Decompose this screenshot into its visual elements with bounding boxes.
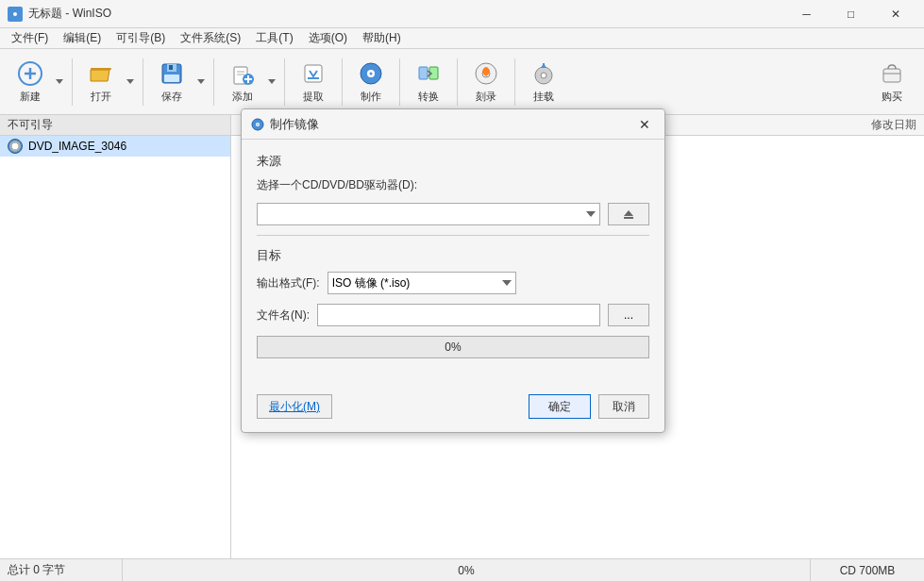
- mount-button[interactable]: 挂载: [521, 55, 566, 109]
- save-label: 保存: [161, 90, 182, 104]
- status-bar: 总计 0 字节 0% CD 700MB: [0, 558, 924, 581]
- status-capacity: CD 700MB: [840, 564, 896, 577]
- extract-label: 提取: [303, 90, 324, 104]
- svg-point-21: [370, 72, 373, 75]
- buy-label: 购买: [882, 90, 902, 104]
- open-button[interactable]: 打开: [78, 55, 124, 109]
- new-dropdown[interactable]: [53, 55, 66, 109]
- dialog-footer: 最小化(M) 确定 取消: [242, 387, 664, 432]
- menu-tools[interactable]: 工具(T): [248, 28, 300, 49]
- status-progress: 0%: [458, 564, 474, 577]
- maximize-button[interactable]: □: [830, 0, 872, 28]
- menu-file[interactable]: 文件(F): [4, 28, 56, 49]
- minimize-button[interactable]: ─: [785, 0, 828, 28]
- title-bar-left: 无标题 - WinISO: [8, 6, 111, 22]
- browse-button[interactable]: ...: [608, 304, 649, 326]
- left-panel: 不可引导 DVD_IMAGE_3046: [0, 115, 231, 558]
- svg-point-27: [541, 73, 546, 78]
- save-button[interactable]: 保存: [149, 55, 194, 109]
- eject-button[interactable]: [608, 203, 649, 225]
- svg-rect-34: [624, 217, 633, 219]
- status-total: 总计 0 字节: [8, 562, 65, 578]
- toolbar-add-group: 添加: [220, 55, 278, 109]
- progress-text: 0%: [445, 340, 461, 354]
- dialog-body: 来源 选择一个CD/DVD/BD驱动器(D): 目标 输出格式(F): ISO …: [242, 140, 664, 387]
- new-icon: [17, 60, 43, 87]
- dialog-titlebar: 制作镜像 ✕: [242, 109, 664, 140]
- make-image-dialog: 制作镜像 ✕ 来源 选择一个CD/DVD/BD驱动器(D): 目标 输出格式(F…: [241, 108, 665, 433]
- format-select[interactable]: ISO 镜像 (*.iso) BIN/CUE 镜像 NRG 镜像: [328, 272, 516, 294]
- new-button[interactable]: 新建: [8, 55, 53, 109]
- status-mid: 0%: [123, 559, 811, 581]
- buy-button[interactable]: 购买: [867, 55, 916, 109]
- toolbar-sep-4: [284, 58, 285, 106]
- make-button[interactable]: 制作: [348, 55, 394, 109]
- burn-label: 刻录: [476, 90, 496, 104]
- progress-container: 0%: [257, 336, 649, 358]
- toolbar-sep-6: [399, 58, 400, 106]
- title-bar: 无标题 - WinISO ─ □ ✕: [0, 0, 924, 28]
- toolbar-sep-5: [342, 58, 343, 106]
- menu-filesystem[interactable]: 文件系统(S): [173, 28, 248, 49]
- dialog-close-button[interactable]: ✕: [634, 114, 655, 135]
- svg-rect-22: [419, 67, 428, 79]
- mount-icon: [530, 60, 557, 87]
- footer-right: 确定 取消: [529, 394, 649, 419]
- tree-item-dvd[interactable]: DVD_IMAGE_3046: [0, 136, 230, 157]
- date-column-label: 修改日期: [871, 117, 916, 133]
- menu-edit[interactable]: 编辑(E): [56, 28, 109, 49]
- svg-rect-28: [883, 69, 900, 82]
- svg-rect-6: [91, 68, 111, 70]
- mount-label: 挂载: [533, 90, 554, 104]
- make-label: 制作: [361, 90, 381, 104]
- open-dropdown[interactable]: [124, 55, 137, 109]
- source-select-row: [257, 203, 649, 225]
- app-icon: [8, 7, 23, 22]
- toolbar-sep-7: [457, 58, 458, 106]
- convert-label: 转换: [418, 90, 439, 104]
- add-dropdown[interactable]: [265, 55, 278, 109]
- close-button[interactable]: ✕: [874, 0, 916, 28]
- svg-rect-9: [164, 75, 179, 82]
- status-left: 总计 0 字节: [0, 559, 123, 581]
- toolbar-open-group: 打开: [78, 55, 137, 109]
- status-right: CD 700MB: [811, 559, 924, 581]
- dialog-title-left: 制作镜像: [251, 116, 319, 133]
- add-label: 添加: [232, 90, 253, 104]
- dialog-title-text: 制作镜像: [270, 116, 319, 133]
- source-drive-select[interactable]: [257, 203, 600, 225]
- svg-rect-10: [169, 65, 173, 70]
- svg-point-1: [13, 12, 17, 16]
- menu-options[interactable]: 选项(O): [301, 28, 355, 49]
- dvd-icon: [8, 139, 23, 154]
- filename-input[interactable]: [317, 304, 600, 326]
- format-label: 输出格式(F):: [257, 275, 320, 291]
- format-field-row: 输出格式(F): ISO 镜像 (*.iso) BIN/CUE 镜像 NRG 镜…: [257, 272, 649, 294]
- add-button[interactable]: 添加: [220, 55, 265, 109]
- toolbar-sep-1: [72, 58, 73, 106]
- extract-button[interactable]: 提取: [291, 55, 336, 109]
- svg-rect-17: [305, 65, 322, 82]
- toolbar-new-group: 新建: [8, 55, 66, 109]
- add-icon: [229, 60, 256, 87]
- dialog-title-icon: [251, 118, 264, 131]
- burn-icon: [473, 60, 499, 87]
- toolbar: 新建 打开: [0, 49, 924, 115]
- save-dropdown[interactable]: [194, 55, 208, 109]
- menu-bar: 文件(F) 编辑(E) 可引导(B) 文件系统(S) 工具(T) 选项(O) 帮…: [0, 28, 924, 49]
- menu-help[interactable]: 帮助(H): [355, 28, 409, 49]
- convert-button[interactable]: 转换: [406, 55, 451, 109]
- minimize-dialog-button[interactable]: 最小化(M): [257, 394, 332, 419]
- cancel-button[interactable]: 取消: [598, 394, 649, 419]
- source-section-label: 来源: [257, 153, 649, 170]
- toolbar-save-group: 保存: [149, 55, 208, 109]
- menu-bootable[interactable]: 可引导(B): [109, 28, 173, 49]
- ok-button[interactable]: 确定: [529, 394, 591, 419]
- svg-point-32: [257, 124, 259, 125]
- toolbar-sep-2: [143, 58, 143, 106]
- save-icon: [159, 60, 185, 87]
- new-label: 新建: [20, 90, 41, 104]
- burn-button[interactable]: 刻录: [463, 55, 509, 109]
- extract-icon: [300, 60, 327, 87]
- open-label: 打开: [91, 90, 111, 104]
